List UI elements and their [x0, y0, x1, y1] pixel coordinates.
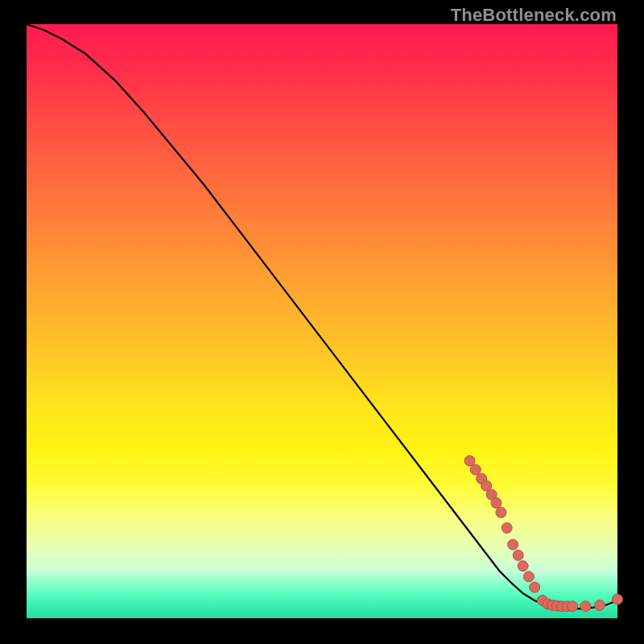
curve-marker	[518, 561, 528, 572]
bottleneck-curve	[27, 24, 617, 609]
curve-marker	[502, 522, 512, 533]
curve-marker	[613, 594, 623, 605]
curve-marker	[496, 507, 506, 518]
curve-marker	[491, 497, 502, 508]
curve-marker	[513, 550, 523, 560]
curve-marker	[470, 464, 481, 475]
curve-marker	[508, 539, 518, 550]
curve-marker	[523, 572, 534, 582]
chart-svg	[27, 24, 617, 618]
curve-marker	[464, 456, 475, 466]
curve-marker	[530, 582, 540, 592]
chart-frame	[27, 24, 617, 618]
watermark-text: TheBottleneck.com	[451, 5, 617, 26]
curve-markers	[464, 456, 623, 612]
curve-marker	[595, 600, 605, 610]
curve-marker	[580, 601, 591, 612]
curve-marker	[568, 601, 578, 612]
